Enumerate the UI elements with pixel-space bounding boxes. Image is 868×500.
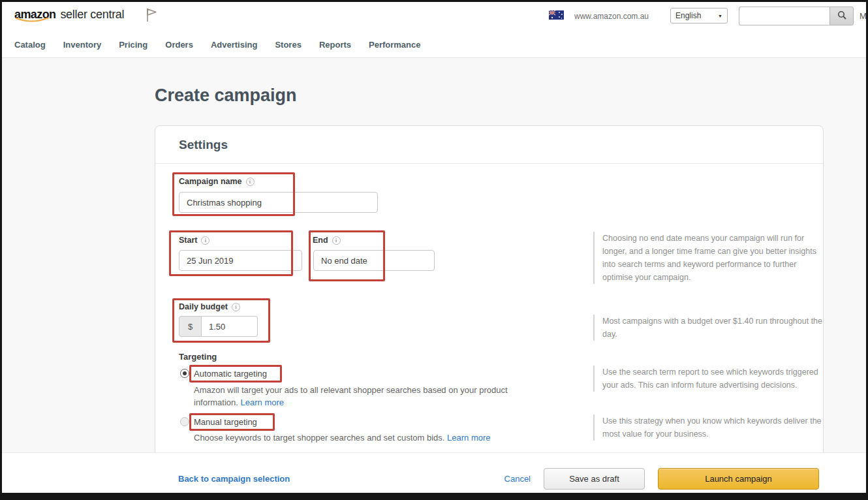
nav-item-reports[interactable]: Reports xyxy=(319,40,351,50)
header-truncated-text: M xyxy=(860,11,867,21)
settings-card-header: Settings xyxy=(155,126,823,164)
nav-item-stores[interactable]: Stores xyxy=(275,40,301,50)
nav-item-orders[interactable]: Orders xyxy=(165,40,193,50)
currency-prefix: $ xyxy=(179,316,202,337)
language-selector[interactable]: English ▼ xyxy=(670,8,728,23)
app-window: amazon seller central xyxy=(0,0,868,500)
manual-targeting-radio[interactable] xyxy=(180,417,189,426)
daily-budget-input[interactable] xyxy=(202,316,258,337)
cancel-link[interactable]: Cancel xyxy=(504,474,531,484)
main-navigation: Catalog Inventory Pricing Orders Adverti… xyxy=(2,31,866,58)
pennant-flag-icon xyxy=(145,7,158,25)
nav-item-inventory[interactable]: Inventory xyxy=(63,40,102,50)
australia-flag-icon xyxy=(549,10,564,20)
help-text-manual: Use this strategy when you know which ke… xyxy=(593,414,823,441)
automatic-targeting-option[interactable]: Automatic targeting xyxy=(194,369,267,379)
daily-budget-group: $ xyxy=(179,316,258,337)
nav-item-catalog[interactable]: Catalog xyxy=(14,40,46,50)
manual-targeting-option[interactable]: Manual targeting xyxy=(194,417,257,427)
nav-item-performance[interactable]: Performance xyxy=(369,40,420,50)
daily-budget-label: Daily budget i xyxy=(179,302,240,311)
help-text-budget: Most campaigns with a budget over $1.40 … xyxy=(593,315,823,341)
help-text-automatic: Use the search term report to see which … xyxy=(593,366,823,392)
info-icon[interactable]: i xyxy=(201,236,209,245)
nav-item-advertising[interactable]: Advertising xyxy=(211,40,258,50)
search-input[interactable] xyxy=(739,7,829,25)
back-to-campaign-selection-link[interactable]: Back to campaign selection xyxy=(178,468,290,490)
marketplace-domain: www.amazon.com.au xyxy=(574,12,649,21)
seller-central-logo[interactable]: amazon seller central xyxy=(14,8,124,22)
start-date-input[interactable] xyxy=(179,250,302,271)
top-header-bar: amazon seller central xyxy=(2,2,866,31)
targeting-label: Targeting xyxy=(179,352,217,362)
help-text-end-date: Choosing no end date means your campaign… xyxy=(593,232,823,284)
chevron-down-icon: ▼ xyxy=(718,14,722,18)
info-icon[interactable]: i xyxy=(332,236,341,245)
seller-central-logo-text: seller central xyxy=(60,8,124,22)
action-footer: Back to campaign selection Cancel Save a… xyxy=(2,452,866,493)
end-date-label: End i xyxy=(313,236,341,245)
info-icon[interactable]: i xyxy=(246,178,255,186)
manual-targeting-description: Choose keywords to target shopper search… xyxy=(194,431,585,444)
learn-more-link-manual[interactable]: Learn more xyxy=(447,433,490,443)
launch-campaign-button[interactable]: Launch campaign xyxy=(658,468,819,490)
info-icon[interactable]: i xyxy=(232,303,240,311)
search-icon xyxy=(837,10,846,22)
footer-actions: Cancel Save as draft Launch campaign xyxy=(504,468,819,490)
settings-heading: Settings xyxy=(179,138,228,152)
end-date-input[interactable] xyxy=(313,250,435,271)
automatic-targeting-radio[interactable] xyxy=(180,369,189,378)
automatic-targeting-description: Amazon will target your ads to all relev… xyxy=(194,384,551,409)
search-button[interactable] xyxy=(829,7,854,25)
campaign-name-label: Campaign name i xyxy=(179,177,255,186)
nav-item-pricing[interactable]: Pricing xyxy=(119,40,147,50)
language-selected-value: English xyxy=(675,11,701,20)
settings-card: Settings Campaign name i Start i End i xyxy=(155,125,824,460)
save-as-draft-button[interactable]: Save as draft xyxy=(544,468,645,490)
main-content: Create campaign Settings Campaign name i… xyxy=(2,58,866,493)
page-title: Create campaign xyxy=(155,86,297,106)
campaign-name-input[interactable] xyxy=(179,192,378,213)
learn-more-link-automatic[interactable]: Learn more xyxy=(241,398,284,407)
header-search xyxy=(739,7,854,25)
start-date-label: Start i xyxy=(179,236,209,245)
